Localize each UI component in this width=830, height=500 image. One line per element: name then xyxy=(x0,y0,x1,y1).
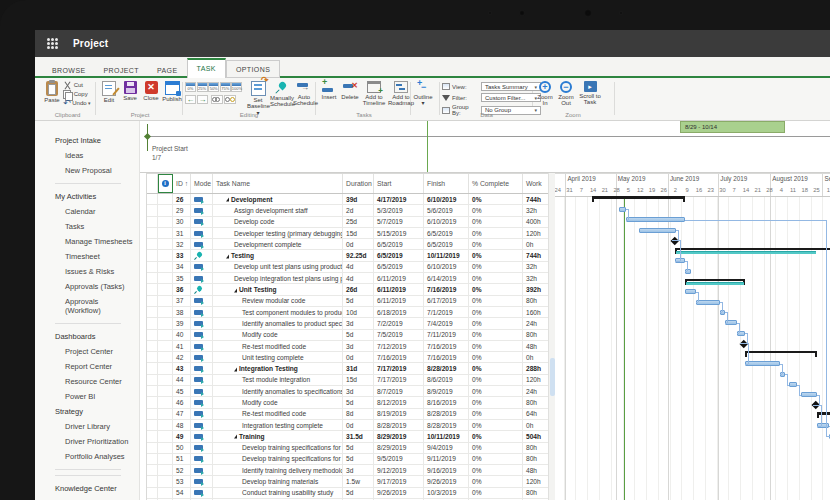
undo-button[interactable]: ↶ Undo ▾ xyxy=(63,99,90,108)
indent-button[interactable]: → xyxy=(197,95,208,104)
scroll-to-task-button[interactable]: ▸Scroll to Task xyxy=(577,81,603,106)
outline-button[interactable]: Outline ▾ xyxy=(413,81,433,107)
sidebar-item-manage-timesheets[interactable]: Manage Timesheets xyxy=(35,234,139,249)
sidebar-item-portfolio-analyses[interactable]: Portfolio Analyses xyxy=(35,449,139,464)
sidebar-item-issues-risks[interactable]: Issues & Risks xyxy=(35,264,139,279)
task-bar[interactable] xyxy=(639,228,676,233)
sidebar-item-resource-center[interactable]: Resource Center xyxy=(35,374,139,389)
manually-schedule-button[interactable]: Manually Schedule xyxy=(270,81,292,108)
task-row-49[interactable]: 49Training31.5d8/29/201910/11/20190%504h xyxy=(147,431,548,442)
task-bar[interactable] xyxy=(696,300,720,305)
column-header-selector[interactable] xyxy=(147,174,158,193)
zoom-out-button[interactable]: −Zoom Out xyxy=(556,81,576,107)
column-header-complete[interactable]: % Complete xyxy=(469,174,523,193)
task-row-31[interactable]: 31Developer testing (primary debugging)1… xyxy=(147,228,548,239)
task-row-51[interactable]: 51Develop training specifications for he… xyxy=(147,454,548,465)
publish-button[interactable]: Publish xyxy=(162,81,182,102)
task-bar[interactable] xyxy=(801,392,818,397)
timeline-strip[interactable]: Project Start 1/7 8/29 - 10/14 xyxy=(140,121,830,173)
task-row-40[interactable]: 40Modify code5d7/5/20197/11/20190%80h xyxy=(147,330,548,341)
close-button[interactable]: ✕Close xyxy=(141,81,161,101)
tab-options[interactable]: OPTIONS xyxy=(226,60,280,78)
task-row-43[interactable]: 43Integration Testing31d7/17/20198/28/20… xyxy=(147,363,548,374)
sidebar-item-ideas[interactable]: Ideas xyxy=(35,148,139,163)
sidebar-item-knowledge-center[interactable]: Knowledge Center xyxy=(35,481,139,496)
column-header-start[interactable]: Start xyxy=(374,174,424,193)
tab-project[interactable]: PROJECT xyxy=(95,62,148,78)
task-row-39[interactable]: 39Identify anomalies to product speci3d7… xyxy=(147,318,548,329)
task-row-42[interactable]: 42Unit testing complete0d7/16/20197/16/2… xyxy=(147,352,548,363)
task-row-33[interactable]: 33Testing92.25d6/5/201910/11/20190%744h xyxy=(147,250,548,261)
sidebar-item-project-center[interactable]: Project Center xyxy=(35,344,139,359)
sidebar-item-my-activities[interactable]: My Activities xyxy=(35,189,139,204)
sidebar-item-dashboards[interactable]: Dashboards xyxy=(35,329,139,344)
add-to-roadmap-button[interactable]: Add to Roadmap xyxy=(388,81,414,107)
column-header-work[interactable]: Work xyxy=(523,174,548,193)
task-row-53[interactable]: 53Develop training materials1.5w9/17/201… xyxy=(147,476,548,487)
save-button[interactable]: Save xyxy=(120,81,140,101)
sidebar-item-calendar[interactable]: Calendar xyxy=(35,204,139,219)
sidebar-item-strategy[interactable]: Strategy xyxy=(35,404,139,419)
percent-75-button[interactable]: 75% xyxy=(220,82,231,92)
tab-browse[interactable]: BROWSE xyxy=(43,62,95,78)
task-row-45[interactable]: 45Identify anomalies to specifications3d… xyxy=(147,386,548,397)
summary-bar[interactable] xyxy=(817,412,830,415)
task-row-47[interactable]: 47Re-test modified code8d8/19/20198/28/2… xyxy=(147,409,548,420)
unlink-tasks-button[interactable] xyxy=(224,95,236,104)
column-header-i[interactable]: i xyxy=(158,174,173,193)
sidebar-item-new-proposal[interactable]: New Proposal xyxy=(35,163,139,178)
sidebar-item-project-intake[interactable]: Project Intake xyxy=(35,133,139,148)
summary-bar[interactable] xyxy=(592,196,684,199)
sidebar-item-driver-prioritization[interactable]: Driver Prioritization xyxy=(35,434,139,449)
link-tasks-button[interactable] xyxy=(211,95,223,104)
task-row-34[interactable]: 34Develop unit test plans using product4… xyxy=(147,262,548,273)
task-bar[interactable] xyxy=(685,289,697,294)
sidebar-item-approvals-tasks[interactable]: Approvals (Tasks) xyxy=(35,279,139,294)
task-row-26[interactable]: 26Development39d4/17/20196/10/20190%744h xyxy=(147,194,548,205)
summary-bar[interactable] xyxy=(685,279,745,282)
rollup-bar[interactable] xyxy=(686,282,744,285)
paste-button[interactable]: Paste xyxy=(43,81,61,103)
task-row-44[interactable]: 44Test module integration15d7/17/20198/6… xyxy=(147,375,548,386)
percent-100-button[interactable]: 100% xyxy=(231,82,242,92)
column-header-finish[interactable]: Finish xyxy=(424,174,469,193)
sidebar-item-timesheet[interactable]: Timesheet xyxy=(35,249,139,264)
task-row-36[interactable]: 36Unit Testing26d6/11/20197/16/20190%392… xyxy=(147,284,548,295)
rollup-bar[interactable] xyxy=(676,251,817,254)
task-row-46[interactable]: 46Modify code5d8/12/20198/16/20190%80h xyxy=(147,397,548,408)
view-dropdown[interactable]: Tasks Summary▾ xyxy=(481,82,541,91)
grid-scrollbar[interactable] xyxy=(548,173,555,500)
column-header-mode[interactable]: Mode xyxy=(191,174,213,193)
edit-links-button[interactable]: EDIT LINKS xyxy=(35,496,139,500)
task-row-32[interactable]: 32Development complete0d6/5/20196/5/2019… xyxy=(147,239,548,250)
auto-schedule-button[interactable]: Auto Schedule xyxy=(293,81,315,107)
task-row-48[interactable]: 48Integration testing complete0d8/28/201… xyxy=(147,420,548,431)
tab-page[interactable]: PAGE xyxy=(148,62,187,78)
insert-button[interactable]: Insert xyxy=(319,81,339,100)
sidebar-item-tasks[interactable]: Tasks xyxy=(35,219,139,234)
add-to-timeline-button[interactable]: Add to Timeline xyxy=(361,81,387,107)
percent-50-button[interactable]: 50% xyxy=(208,82,219,92)
task-bar[interactable] xyxy=(626,217,685,222)
task-row-38[interactable]: 38Test component modules to produc10d6/1… xyxy=(147,307,548,318)
column-header-id[interactable]: ID ↑ xyxy=(173,174,191,193)
outdent-button[interactable]: ← xyxy=(185,95,196,104)
task-row-41[interactable]: 41Re-test modified code3d7/12/20197/16/2… xyxy=(147,341,548,352)
tab-task[interactable]: TASK xyxy=(187,58,226,78)
task-row-29[interactable]: 29Assign development staff2d5/3/20195/6/… xyxy=(147,205,548,216)
sidebar-item-power-bi[interactable]: Power BI xyxy=(35,389,139,404)
task-row-35[interactable]: 35Develop integration test plans using p… xyxy=(147,273,548,284)
column-header-task-name[interactable]: Task Name xyxy=(213,174,343,193)
task-row-37[interactable]: 37Review modular code5d6/11/20196/17/201… xyxy=(147,296,548,307)
sidebar-item-driver-library[interactable]: Driver Library xyxy=(35,419,139,434)
filter-dropdown[interactable]: Custom Filter...▾ xyxy=(481,93,541,102)
task-bar[interactable] xyxy=(789,382,797,387)
timeline-range-bar[interactable]: 8/29 - 10/14 xyxy=(680,121,785,133)
column-header-duration[interactable]: Duration xyxy=(343,174,374,193)
percent-0-button[interactable]: 0% xyxy=(185,82,196,92)
zoom-in-button[interactable]: +Zoom In xyxy=(535,81,555,107)
percent-25-button[interactable]: 25% xyxy=(197,82,208,92)
sidebar-item-approvals-workflow[interactable]: Approvals (Workflow) xyxy=(35,294,139,318)
summary-bar[interactable] xyxy=(675,248,830,251)
delete-button[interactable]: Delete xyxy=(340,81,360,100)
